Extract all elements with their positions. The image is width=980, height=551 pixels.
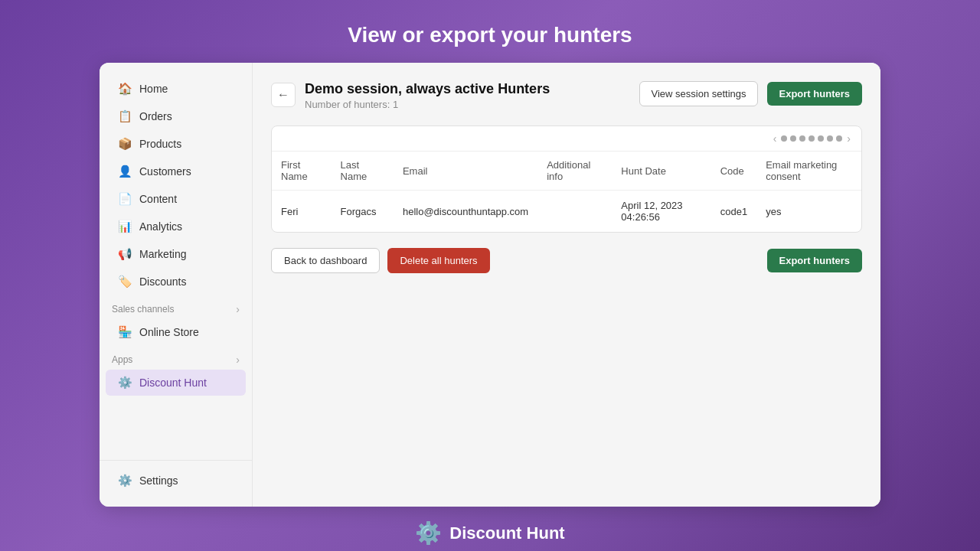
session-info: Demo session, always active Hunters Numb… (305, 81, 550, 110)
discount-hunt-icon: ⚙️ (118, 376, 132, 390)
sidebar-label-discount-hunt: Discount Hunt (139, 377, 207, 389)
cell-additional-info (537, 191, 612, 233)
sidebar-label-products: Products (139, 138, 181, 150)
view-session-button[interactable]: View session settings (639, 81, 757, 106)
sidebar-item-online-store[interactable]: 🏪 Online Store (106, 319, 246, 345)
session-title: Demo session, always active Hunters (305, 81, 550, 97)
col-email-marketing: Email marketing consent (756, 152, 861, 191)
bottom-actions: Back to dashboard Delete all hunters Exp… (271, 248, 862, 273)
scroll-dot-4 (808, 135, 815, 142)
cell-first-name: Feri (272, 191, 332, 233)
sidebar-bottom: ⚙️ Settings (100, 460, 252, 494)
sidebar-label-home: Home (139, 83, 168, 95)
footer-icon: ⚙️ (415, 520, 442, 546)
scroll-dot-1 (781, 135, 787, 142)
col-first-name: First Name (272, 152, 332, 191)
sidebar-item-discount-hunt[interactable]: ⚙️ Discount Hunt (106, 370, 246, 396)
main-card: 🏠 Home 📋 Orders 📦 Products 👤 Customers 📄… (100, 63, 880, 507)
back-button[interactable]: ← (271, 83, 296, 107)
table-body: Feri Forgacs hello@discounthuntapp.com A… (272, 191, 861, 233)
apps-chevron: › (236, 354, 240, 366)
footer: ⚙️ Discount Hunt (415, 520, 564, 546)
sidebar-item-customers[interactable]: 👤 Customers (106, 158, 246, 184)
analytics-icon: 📊 (118, 220, 132, 233)
sales-channels-chevron: › (236, 303, 240, 315)
products-icon: 📦 (118, 137, 132, 151)
page-title: View or export your hunters (348, 23, 632, 47)
header-actions: View session settings Export hunters (639, 81, 862, 106)
col-additional-info: Additional info (537, 152, 612, 191)
sidebar-label-marketing: Marketing (139, 248, 186, 260)
sidebar-item-products[interactable]: 📦 Products (106, 131, 246, 157)
sidebar-label-online-store: Online Store (139, 326, 199, 338)
sidebar-label-settings: Settings (139, 474, 178, 487)
footer-label: Discount Hunt (449, 523, 564, 543)
settings-icon: ⚙️ (118, 474, 132, 487)
content-icon: 📄 (118, 192, 132, 206)
discounts-icon: 🏷️ (118, 275, 132, 289)
scroll-right-arrow[interactable]: › (845, 132, 852, 145)
home-icon: 🏠 (118, 82, 132, 96)
sidebar-item-orders[interactable]: 📋 Orders (106, 103, 246, 129)
hunters-table-wrapper: ‹ › First Name Last Name Email Additiona… (271, 126, 862, 233)
cell-email-marketing-consent: yes (756, 191, 861, 233)
col-code: Code (711, 152, 756, 191)
sidebar-item-discounts[interactable]: 🏷️ Discounts (106, 269, 246, 295)
sidebar-item-settings[interactable]: ⚙️ Settings (106, 468, 246, 494)
content-area: ← Demo session, always active Hunters Nu… (253, 63, 880, 507)
hunters-table: First Name Last Name Email Additional in… (272, 152, 861, 232)
delete-all-hunters-button[interactable]: Delete all hunters (387, 248, 489, 273)
sidebar-label-content: Content (139, 193, 177, 205)
online-store-icon: 🏪 (118, 325, 132, 339)
sidebar-label-analytics: Analytics (139, 220, 182, 233)
col-hunt-date: Hunt Date (612, 152, 710, 191)
sidebar-item-home[interactable]: 🏠 Home (106, 76, 246, 102)
table-header: First Name Last Name Email Additional in… (272, 152, 861, 191)
scroll-dot-6 (827, 135, 833, 142)
sidebar-item-marketing[interactable]: 📢 Marketing (106, 241, 246, 267)
table-row: Feri Forgacs hello@discounthuntapp.com A… (272, 191, 861, 233)
apps-section: Apps › (100, 346, 252, 369)
hunter-count: Number of hunters: 1 (305, 99, 550, 110)
orders-icon: 📋 (118, 109, 132, 123)
back-to-dashboard-button[interactable]: Back to dashboard (271, 248, 380, 273)
content-header: ← Demo session, always active Hunters Nu… (271, 81, 862, 110)
cell-hunt-date: April 12, 2023 04:26:56 (612, 191, 710, 233)
scroll-dot-2 (790, 135, 796, 142)
sidebar-label-orders: Orders (139, 110, 172, 122)
bottom-left-actions: Back to dashboard Delete all hunters (271, 248, 490, 273)
scroll-dot-5 (818, 135, 824, 142)
sidebar: 🏠 Home 📋 Orders 📦 Products 👤 Customers 📄… (100, 63, 253, 507)
sidebar-label-discounts: Discounts (139, 276, 186, 288)
sidebar-label-customers: Customers (139, 165, 191, 178)
cell-last-name: Forgacs (332, 191, 394, 233)
marketing-icon: 📢 (118, 247, 132, 261)
sidebar-item-content[interactable]: 📄 Content (106, 186, 246, 212)
customers-icon: 👤 (118, 165, 132, 178)
sales-channels-section: Sales channels › (100, 295, 252, 318)
cell-code: code1 (711, 191, 756, 233)
col-email: Email (394, 152, 537, 191)
cell-email: hello@discounthuntapp.com (394, 191, 537, 233)
export-hunters-button-bottom[interactable]: Export hunters (767, 249, 862, 272)
export-hunters-button-top[interactable]: Export hunters (767, 82, 862, 106)
scroll-left-arrow[interactable]: ‹ (772, 132, 779, 145)
header-left: ← Demo session, always active Hunters Nu… (271, 81, 550, 110)
scroll-dot-3 (799, 135, 805, 142)
table-scroll-header: ‹ › (272, 126, 861, 152)
sidebar-item-analytics[interactable]: 📊 Analytics (106, 214, 246, 240)
col-last-name: Last Name (332, 152, 394, 191)
scroll-dot-7 (836, 135, 842, 142)
